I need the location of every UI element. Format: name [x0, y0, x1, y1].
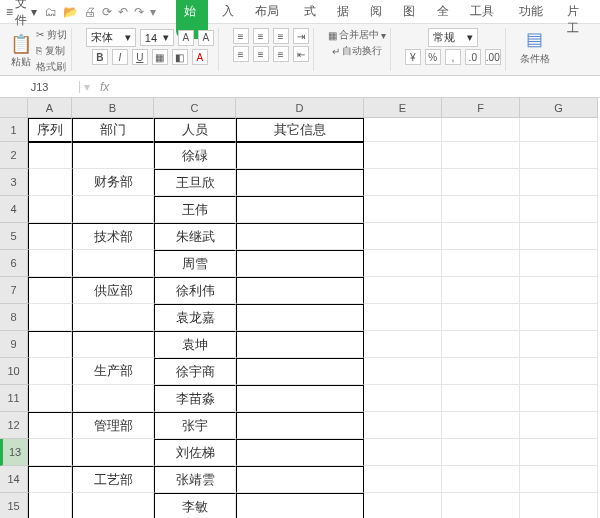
italic-button[interactable]: I: [112, 49, 128, 65]
cell-C5[interactable]: 朱继武: [154, 223, 236, 250]
cell-C3[interactable]: 王旦欣: [154, 169, 236, 196]
cell-F6[interactable]: [442, 250, 520, 277]
outdent-icon[interactable]: ⇤: [293, 46, 309, 62]
cell-A12[interactable]: [28, 412, 72, 439]
qat-icon[interactable]: ▾: [150, 5, 156, 19]
cell-G2[interactable]: [520, 142, 598, 169]
cell-E15[interactable]: [364, 493, 442, 518]
font-name-select[interactable]: 宋体▾: [86, 28, 136, 47]
cell-G14[interactable]: [520, 466, 598, 493]
cell-A14[interactable]: [28, 466, 72, 493]
file-menu[interactable]: ≡ 文件 ▾: [6, 0, 37, 29]
col-header-F[interactable]: F: [442, 98, 520, 118]
cell-E2[interactable]: [364, 142, 442, 169]
inc-decimal-icon[interactable]: .0: [465, 49, 481, 65]
col-header-E[interactable]: E: [364, 98, 442, 118]
cell-G6[interactable]: [520, 250, 598, 277]
cell-G7[interactable]: [520, 277, 598, 304]
font-color-button[interactable]: A: [192, 49, 208, 65]
align-bot-icon[interactable]: ≡: [273, 28, 289, 44]
row-header-12[interactable]: 12: [0, 412, 28, 439]
cell-C9[interactable]: 袁坤: [154, 331, 236, 358]
decrease-font-icon[interactable]: A: [198, 30, 214, 46]
underline-button[interactable]: U: [132, 49, 148, 65]
cell-A10[interactable]: [28, 358, 72, 385]
cell-D7[interactable]: [236, 277, 364, 304]
row-header-1[interactable]: 1: [0, 118, 28, 142]
cell-B3[interactable]: 财务部: [72, 169, 154, 196]
qat-icon[interactable]: ↷: [134, 5, 144, 19]
cell-F3[interactable]: [442, 169, 520, 196]
name-box[interactable]: J13: [0, 81, 80, 93]
cell-A2[interactable]: [28, 142, 72, 169]
cell-F4[interactable]: [442, 196, 520, 223]
cell-G13[interactable]: [520, 439, 598, 466]
cell-C2[interactable]: 徐碌: [154, 142, 236, 169]
cell-G3[interactable]: [520, 169, 598, 196]
cell-C13[interactable]: 刘佐梯: [154, 439, 236, 466]
row-header-3[interactable]: 3: [0, 169, 28, 196]
cell-D1[interactable]: 其它信息: [236, 118, 364, 142]
row-header-15[interactable]: 15: [0, 493, 28, 518]
cell-E4[interactable]: [364, 196, 442, 223]
row-header-7[interactable]: 7: [0, 277, 28, 304]
namebox-dropdown-icon[interactable]: ▾: [80, 80, 94, 94]
cell-G12[interactable]: [520, 412, 598, 439]
row-header-14[interactable]: 14: [0, 466, 28, 493]
cell-A4[interactable]: [28, 196, 72, 223]
indent-icon[interactable]: ⇥: [293, 28, 309, 44]
cell-F2[interactable]: [442, 142, 520, 169]
cell-E7[interactable]: [364, 277, 442, 304]
cell-D6[interactable]: [236, 250, 364, 277]
cell-A9[interactable]: [28, 331, 72, 358]
align-top-icon[interactable]: ≡: [233, 28, 249, 44]
cell-B11[interactable]: [72, 385, 154, 412]
cell-A6[interactable]: [28, 250, 72, 277]
cell-F13[interactable]: [442, 439, 520, 466]
fx-icon[interactable]: fx: [94, 80, 115, 94]
cell-B12[interactable]: 管理部: [72, 412, 154, 439]
cell-E11[interactable]: [364, 385, 442, 412]
align-mid-icon[interactable]: ≡: [253, 28, 269, 44]
qat-icon[interactable]: ↶: [118, 5, 128, 19]
select-all-corner[interactable]: [0, 98, 28, 118]
cell-D9[interactable]: [236, 331, 364, 358]
bold-button[interactable]: B: [92, 49, 108, 65]
col-header-G[interactable]: G: [520, 98, 598, 118]
copy-button[interactable]: ⎘ 复制: [36, 44, 67, 58]
cell-B2[interactable]: [72, 142, 154, 169]
cell-B14[interactable]: 工艺部: [72, 466, 154, 493]
font-size-select[interactable]: 14▾: [140, 29, 174, 46]
row-header-9[interactable]: 9: [0, 331, 28, 358]
col-header-C[interactable]: C: [154, 98, 236, 118]
cell-A8[interactable]: [28, 304, 72, 331]
cell-G5[interactable]: [520, 223, 598, 250]
cell-G11[interactable]: [520, 385, 598, 412]
cell-A1[interactable]: 序列: [28, 118, 72, 142]
increase-font-icon[interactable]: A: [178, 30, 194, 46]
wrap-text-button[interactable]: ↵ 自动换行: [332, 44, 382, 58]
cell-B10[interactable]: 生产部: [72, 358, 154, 385]
col-header-B[interactable]: B: [72, 98, 154, 118]
cell-C8[interactable]: 袁龙嘉: [154, 304, 236, 331]
cell-D10[interactable]: [236, 358, 364, 385]
cell-D13[interactable]: [236, 439, 364, 466]
cell-E8[interactable]: [364, 304, 442, 331]
col-header-A[interactable]: A: [28, 98, 72, 118]
align-center-icon[interactable]: ≡: [253, 46, 269, 62]
cell-B8[interactable]: [72, 304, 154, 331]
cell-F15[interactable]: [442, 493, 520, 518]
cell-B13[interactable]: [72, 439, 154, 466]
cell-E6[interactable]: [364, 250, 442, 277]
format-painter[interactable]: 格式刷: [36, 60, 67, 74]
cell-D3[interactable]: [236, 169, 364, 196]
cell-D5[interactable]: [236, 223, 364, 250]
cell-C4[interactable]: 王伟: [154, 196, 236, 223]
cut-button[interactable]: ✂ 剪切: [36, 28, 67, 42]
cell-E1[interactable]: [364, 118, 442, 142]
cell-B9[interactable]: [72, 331, 154, 358]
cell-A13[interactable]: [28, 439, 72, 466]
cell-B7[interactable]: 供应部: [72, 277, 154, 304]
cell-B6[interactable]: [72, 250, 154, 277]
cell-F7[interactable]: [442, 277, 520, 304]
